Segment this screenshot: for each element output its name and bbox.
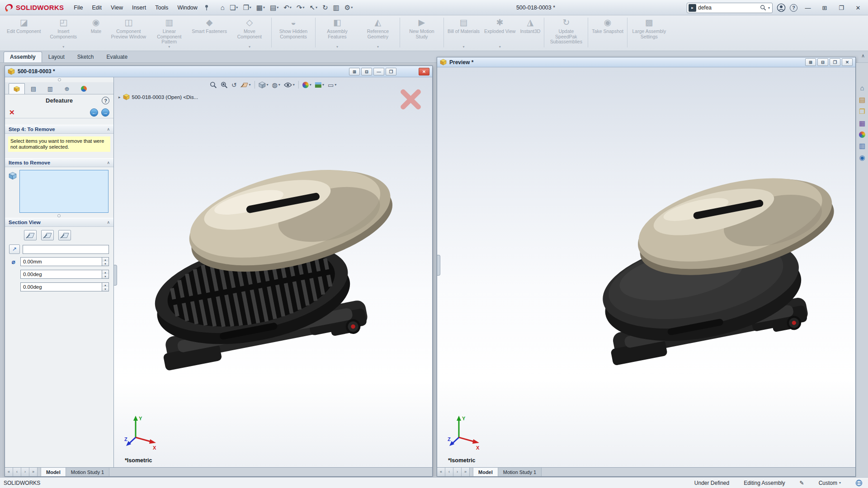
- section-plane-1-button[interactable]: [24, 230, 37, 240]
- motion-study-tab[interactable]: Motion Study 1: [498, 468, 542, 476]
- ribbon-button-exploded-view[interactable]: ✱Exploded View▾: [482, 17, 518, 50]
- ribbon-button-edit-component[interactable]: ◪Edit Component: [5, 17, 43, 50]
- tab-splitter[interactable]: [470, 468, 473, 476]
- edit-appearance-button[interactable]: ▾: [302, 82, 311, 88]
- next-step-button[interactable]: →: [101, 108, 109, 117]
- tab-splitter[interactable]: [38, 468, 41, 476]
- units-dropdown[interactable]: Custom▾: [819, 480, 841, 486]
- panel-splitter[interactable]: [5, 77, 113, 82]
- y-rotation-spinner[interactable]: ▴▾: [102, 282, 109, 291]
- view-settings-button[interactable]: ▭▾: [328, 81, 336, 89]
- ribbon-button-mate[interactable]: ◉Mate: [84, 17, 108, 50]
- select-button[interactable]: ↖▾: [308, 3, 319, 12]
- undo-button[interactable]: ↶▾: [282, 3, 293, 12]
- ribbon-button-smart-fasteners[interactable]: ◆Smart Fasteners: [189, 17, 229, 50]
- defeatured-grill-3d-model[interactable]: [584, 140, 835, 377]
- design-library-icon[interactable]: ▤: [859, 96, 865, 103]
- ribbon-button-reference-geometry[interactable]: ◭Reference Geometry▾: [358, 17, 398, 50]
- ribbon-collapse-chevron-icon[interactable]: ∧: [861, 53, 865, 59]
- search-dropdown-icon[interactable]: ▾: [768, 6, 770, 10]
- spin-up-icon[interactable]: ▴: [102, 283, 108, 287]
- section-plane-3-button[interactable]: [58, 230, 71, 240]
- next-tab-button[interactable]: ›: [21, 468, 29, 476]
- menu-window[interactable]: Window: [173, 3, 202, 12]
- search-box[interactable]: ▸ ▾: [687, 3, 773, 13]
- menu-file[interactable]: File: [69, 3, 87, 12]
- ribbon-button-component-preview-window[interactable]: ◫Component Preview Window: [108, 17, 149, 50]
- file-properties-button[interactable]: ▥: [332, 3, 341, 12]
- hide-show-items-button[interactable]: ▾: [284, 82, 295, 88]
- cancel-button[interactable]: ✕: [9, 108, 15, 117]
- appearances-scenes-icon[interactable]: [859, 131, 865, 138]
- section-view-header[interactable]: Section View∧: [5, 218, 113, 227]
- preview-viewport[interactable]: Y X Z *Isometric: [437, 67, 855, 467]
- globe-icon[interactable]: [855, 479, 863, 487]
- minimize-window-button[interactable]: —: [802, 5, 814, 11]
- new-document-button[interactable]: ❏▾: [228, 3, 239, 12]
- breadcrumb[interactable]: ▸ 500-018-0003 (Open) <Dis...: [118, 94, 198, 100]
- spin-down-icon[interactable]: ▾: [102, 274, 108, 278]
- menu-insert[interactable]: Insert: [127, 3, 151, 12]
- ribbon-button-linear-component-pattern[interactable]: ▥Linear Component Pattern▾: [149, 17, 189, 50]
- ribbon-button-show-hidden-components[interactable]: ◒Show Hidden Components: [273, 17, 314, 50]
- search-input[interactable]: [698, 5, 758, 11]
- menu-view[interactable]: View: [106, 3, 127, 12]
- zoom-area-button[interactable]: [221, 81, 228, 89]
- x-rotation-spinner[interactable]: ▴▾: [102, 270, 109, 279]
- tab-assembly[interactable]: Assembly: [4, 52, 42, 62]
- offset-distance-input[interactable]: 0.00mm: [20, 257, 102, 266]
- search-icon[interactable]: [760, 5, 766, 11]
- items-to-remove-header[interactable]: Items to Remove∧: [5, 158, 113, 167]
- ribbon-button-assembly-features[interactable]: ◧Assembly Features▾: [317, 17, 358, 50]
- home-button[interactable]: ⌂: [219, 3, 226, 12]
- solidworks-forum-icon[interactable]: ◉: [859, 154, 865, 161]
- user-account-icon[interactable]: [777, 3, 786, 12]
- close-window-button[interactable]: ✕: [852, 5, 864, 11]
- next-tab-button[interactable]: ›: [453, 468, 462, 476]
- previous-tab-button[interactable]: ‹: [13, 468, 21, 476]
- custom-properties-icon[interactable]: ▥: [859, 142, 865, 150]
- apply-scene-button[interactable]: ▾: [315, 82, 324, 88]
- restore-window-button[interactable]: ❐: [835, 5, 848, 11]
- reference-arrow-icon[interactable]: ↗: [9, 244, 20, 254]
- help-icon[interactable]: ?: [102, 97, 109, 104]
- document-titlebar[interactable]: 500-018-0003 * ⊞ ⊟ — ❐ ✕: [5, 66, 432, 77]
- motion-study-tab[interactable]: Motion Study 1: [66, 468, 109, 476]
- grill-3d-model[interactable]: [136, 143, 396, 376]
- close-document-button[interactable]: ✕: [419, 68, 429, 75]
- tab-layout[interactable]: Layout: [42, 52, 71, 62]
- first-tab-button[interactable]: «: [437, 468, 445, 476]
- section-view-button[interactable]: ▾: [241, 82, 251, 88]
- last-tab-button[interactable]: »: [462, 468, 470, 476]
- print-button[interactable]: ▤▾: [269, 3, 280, 12]
- file-explorer-icon[interactable]: ❐: [859, 108, 865, 115]
- ribbon-button-large-assembly-settings[interactable]: ▩Large Assembly Settings: [629, 17, 670, 50]
- y-rotation-input[interactable]: 0.00deg: [20, 282, 102, 291]
- previous-view-button[interactable]: ↺: [231, 81, 237, 89]
- minimize-document-button[interactable]: —: [373, 68, 384, 75]
- items-selection-listbox[interactable]: [19, 170, 108, 213]
- ribbon-button-update-speedpak[interactable]: ↻Update SpeedPak Subassemblies: [546, 17, 586, 50]
- options-button[interactable]: ⚙▾: [343, 3, 354, 12]
- redo-button[interactable]: ↷▾: [295, 3, 306, 12]
- ribbon-button-insert-components[interactable]: ◰Insert Components▾: [43, 17, 84, 50]
- restore-document-button[interactable]: ❐: [386, 68, 396, 75]
- menu-tools[interactable]: Tools: [151, 3, 173, 12]
- ribbon-button-new-motion-study[interactable]: ▶New Motion Study: [401, 17, 442, 50]
- split-vertical-button[interactable]: ⊟: [361, 68, 372, 75]
- previous-step-button[interactable]: ←: [90, 108, 98, 117]
- model-tab[interactable]: Model: [41, 468, 66, 476]
- save-button[interactable]: ▦▾: [255, 3, 266, 12]
- solidworks-resources-icon[interactable]: ⌂: [860, 84, 864, 92]
- display-style-button[interactable]: ◍▾: [272, 81, 280, 89]
- expander-handle-icon[interactable]: [57, 214, 61, 217]
- x-rotation-input[interactable]: 0.00deg: [20, 270, 102, 279]
- previous-tab-button[interactable]: ‹: [445, 468, 453, 476]
- spin-up-icon[interactable]: ▴: [102, 258, 108, 262]
- tab-dimxpert-manager[interactable]: ⊕: [59, 83, 75, 94]
- step-section-header[interactable]: Step 4: To Remove∧: [5, 125, 113, 134]
- graphics-viewport[interactable]: ↺ ▾ ▾ ◍▾ ▾ ▾ ▾ ▭▾ ▸ 500-018-0003 (Open) …: [114, 77, 432, 467]
- workspace-grid-button[interactable]: ⊞: [818, 5, 831, 11]
- tab-feature-manager[interactable]: ▤: [25, 83, 42, 94]
- pin-menu-icon[interactable]: [204, 5, 209, 11]
